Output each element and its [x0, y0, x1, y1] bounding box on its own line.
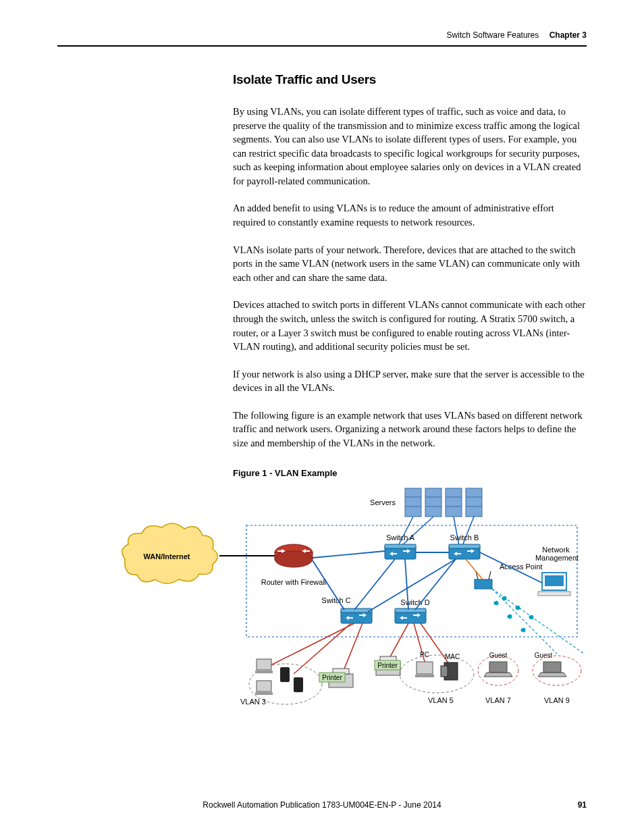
section-heading: Isolate Traffic and Users [233, 72, 587, 87]
vlan3-label: VLAN 3 [240, 698, 266, 706]
switch-d-icon [395, 608, 426, 623]
printer2-label: Printer [377, 662, 398, 669]
wireless-rays-icon [492, 589, 584, 654]
mac-icon [441, 662, 458, 680]
body-paragraph: An added benefit to using VLANs is to re… [233, 201, 587, 229]
svg-rect-26 [341, 608, 372, 613]
printer1-label: Printer [322, 674, 342, 681]
phone-icon [294, 677, 303, 692]
svg-rect-7 [446, 488, 462, 517]
laptop-icon [484, 662, 512, 677]
wan-label: WAN/Internet [143, 552, 190, 561]
phone-icon [280, 667, 290, 682]
svg-rect-5 [405, 488, 421, 517]
chapter-label: Chapter 3 [549, 30, 587, 40]
mac-label: MAC [445, 653, 460, 660]
servers-icon [405, 488, 482, 517]
svg-rect-24 [449, 544, 480, 548]
svg-rect-72 [489, 662, 507, 673]
svg-line-53 [267, 623, 354, 667]
router-label: Router with Firewall [261, 578, 327, 586]
vlan9-label: VLAN 9 [544, 696, 570, 704]
svg-rect-41 [545, 575, 564, 586]
diagram-svg: WAN/Internet Router with Firewall [118, 485, 591, 708]
wan-cloud-icon: WAN/Internet [122, 523, 218, 583]
svg-rect-69 [415, 675, 434, 677]
vlan5-group [400, 655, 474, 693]
svg-rect-42 [538, 592, 570, 596]
access-point-label: Access Point [500, 563, 543, 571]
pc-label: PC [420, 651, 429, 658]
svg-rect-60 [257, 681, 271, 692]
svg-rect-62 [280, 667, 290, 682]
svg-line-34 [415, 559, 456, 610]
svg-rect-63 [294, 677, 303, 692]
page-number: 91 [578, 800, 587, 810]
footer-publication: Rockwell Automation Publication 1783-UM0… [0, 800, 644, 810]
svg-point-46 [521, 628, 525, 632]
page-header: Switch Software Features Chapter 3 [0, 0, 644, 45]
svg-rect-58 [257, 659, 271, 670]
svg-line-47 [492, 589, 557, 654]
laptop-icon [538, 662, 566, 677]
svg-rect-61 [255, 692, 273, 695]
svg-point-45 [508, 615, 512, 619]
guest1-label: Guest [489, 652, 508, 659]
svg-rect-68 [417, 662, 433, 674]
svg-rect-6 [425, 488, 441, 517]
pc-icon [415, 662, 434, 677]
pc-icon [255, 659, 273, 673]
switch-b-icon [449, 544, 480, 559]
router-icon [275, 544, 313, 567]
switch-d-label: Switch D [400, 598, 429, 606]
svg-rect-59 [255, 671, 273, 673]
body-paragraph: By using VLANs, you can isolate differen… [233, 105, 587, 188]
svg-point-4 [275, 551, 313, 567]
switch-a-label: Switch A [386, 533, 415, 542]
svg-rect-22 [385, 544, 416, 548]
svg-rect-8 [466, 488, 482, 517]
main-content: Isolate Traffic and Users By using VLANs… [176, 47, 644, 710]
svg-rect-71 [441, 666, 448, 677]
body-paragraph: VLANs isolate parts of your network. The… [233, 243, 587, 285]
network-mgmt-label: Network Management [535, 546, 579, 562]
body-paragraph: If your network is also using a DHCP ser… [233, 367, 587, 395]
svg-point-44 [494, 601, 498, 605]
svg-rect-73 [543, 662, 561, 673]
switch-b-label: Switch B [450, 533, 479, 542]
network-mgmt-icon [538, 573, 570, 596]
svg-line-38 [489, 571, 491, 579]
guest2-label: Guest [535, 652, 553, 659]
svg-line-55 [388, 623, 408, 660]
svg-rect-28 [395, 608, 426, 613]
svg-line-29 [313, 551, 385, 558]
vlan7-label: VLAN 7 [485, 696, 511, 704]
switch-c-icon [341, 608, 372, 623]
svg-line-32 [354, 559, 395, 610]
vlan5-label: VLAN 5 [428, 696, 454, 704]
pc-icon [255, 681, 273, 695]
servers-label: Servers [370, 498, 396, 506]
body-paragraph: The following figure is an example netwo… [233, 409, 587, 450]
vlan-diagram: WAN/Internet Router with Firewall [118, 485, 587, 710]
svg-line-51 [492, 589, 584, 654]
access-point-icon [475, 571, 492, 589]
section-title: Switch Software Features [447, 30, 539, 40]
switch-a-icon [385, 544, 416, 559]
svg-rect-36 [475, 579, 492, 589]
figure-caption: Figure 1 - VLAN Example [233, 468, 587, 478]
svg-line-39 [466, 559, 483, 579]
body-paragraph: Devices attached to switch ports in diff… [233, 298, 587, 353]
